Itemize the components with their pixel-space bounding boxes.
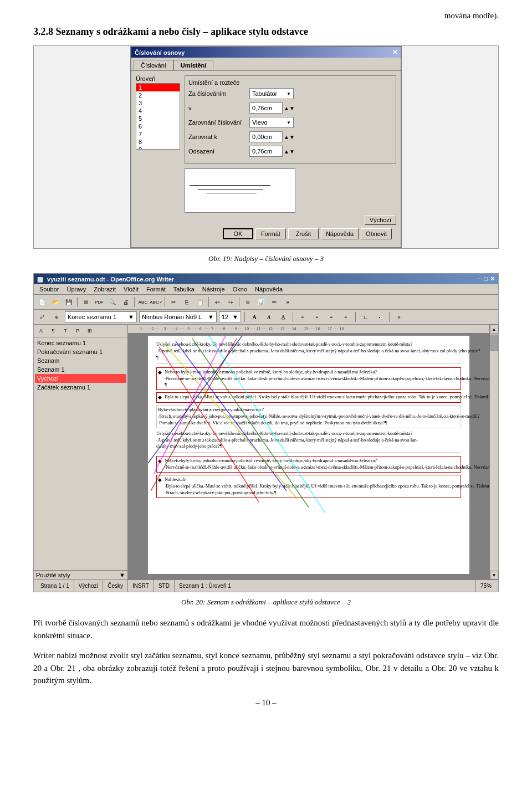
menu-upravy[interactable]: Úpravy [63, 285, 89, 293]
level-item-4[interactable]: 4 [136, 107, 180, 115]
ok-button[interactable]: OK [223, 228, 253, 239]
za-cislovanim-select[interactable]: Tabulátor ▼ [249, 88, 294, 99]
toolbar-autocorrect[interactable]: ABC✓ [150, 296, 162, 308]
level-listbox[interactable]: 1 2 3 4 5 6 7 8 9 10 1 - 10 [136, 83, 180, 150]
toolbar-bold[interactable]: A [248, 311, 260, 323]
level-item-9[interactable]: 9 [136, 146, 180, 150]
reset-button[interactable]: Obnovit [361, 228, 392, 239]
minimize-icon[interactable]: ─ [478, 275, 482, 283]
font-select[interactable]: Nimbus Roman No9 L ▼ [139, 311, 217, 322]
level-item-1[interactable]: 1 [136, 84, 180, 91]
sidebar-btn2[interactable]: ¶ [48, 326, 58, 336]
level-item-8[interactable]: 8 [136, 138, 180, 146]
level-item-5[interactable]: 5 [136, 115, 180, 122]
menu-soubor[interactable]: Soubor [36, 285, 62, 293]
toolbar-email[interactable]: ✉ [80, 296, 92, 308]
caption2: Obr. 20: Seznam s odrážkami – aplikace s… [33, 598, 499, 607]
toolbar-more2[interactable]: » [393, 311, 405, 323]
sidebar-item-zacatek[interactable]: Začátek seznamu 1 [35, 383, 126, 392]
toolbar-redo[interactable]: ↪ [224, 296, 237, 308]
toolbar-style-btn[interactable]: 🖊 [36, 311, 48, 323]
toolbar-pdf[interactable]: PDF [93, 296, 105, 308]
bullet-item-2: ◆ Byla·to·slepá·ulička.·Musí·se·vrátit,·… [156, 392, 461, 403]
scroll-thumb[interactable] [490, 335, 498, 351]
toolbar-align-center[interactable]: ≡ [311, 311, 323, 323]
status-zoom: 75% [476, 580, 496, 592]
sidebar-item-seznam[interactable]: Seznam [35, 356, 126, 365]
menu-napoveda[interactable]: Nápověda [252, 285, 286, 293]
toolbar-italic[interactable]: A [263, 311, 275, 323]
toolbar-print[interactable]: 🖨 [120, 296, 132, 308]
toolbar-save[interactable]: 💾 [63, 296, 75, 308]
size-value: 12 [222, 314, 228, 320]
toolbar-align-left[interactable]: ≡ [296, 311, 309, 323]
menu-tabulka[interactable]: Tabulka [170, 285, 198, 293]
level-item-3[interactable]: 3 [136, 99, 180, 107]
toolbar-underline[interactable]: A [277, 311, 289, 323]
zarovnani-row: Zarovnání číslování Vlevo ▼ [188, 117, 392, 128]
zarovnani-select[interactable]: Vlevo ▼ [249, 117, 294, 128]
menu-format[interactable]: Formát [143, 285, 169, 293]
menu-vlozit[interactable]: Vložit [120, 285, 142, 293]
toolbar-draw[interactable]: ✏ [268, 296, 280, 308]
level-item-6[interactable]: 6 [136, 122, 180, 130]
dialog-tab-cislovani[interactable]: Číslování [134, 60, 173, 70]
toolbar-paste[interactable]: 📋 [194, 296, 206, 308]
toolbar-chart[interactable]: 📊 [255, 296, 267, 308]
cancel-button[interactable]: Zrušit [288, 228, 319, 239]
menu-okno[interactable]: Okno [229, 285, 250, 293]
sidebar-item-vychozi[interactable]: Vychozí [35, 374, 126, 383]
toolbar-print-preview[interactable]: 🔍 [106, 296, 119, 308]
odsazeni-spinbox[interactable]: 0,76cm [249, 146, 283, 157]
v-spinbox[interactable]: 0,76cm [249, 102, 283, 114]
style-arrow: ▼ [128, 314, 134, 320]
toolbar-cut[interactable]: ✂ [167, 296, 180, 308]
toolbar-bullets[interactable]: • [374, 311, 386, 323]
toolbar-spellcheck[interactable]: ABC [137, 296, 149, 308]
writer-main: A ¶ T P ⊞ Konec seznamu 1 Pokračování se… [34, 325, 498, 580]
sidebar-item-seznam1[interactable]: Seznam 1 [35, 365, 126, 374]
used-styles-arrow[interactable]: ▼ [119, 572, 125, 578]
toolbar-style2-btn[interactable]: ⊕ [50, 311, 63, 323]
body-para-2: Writer nabízí možnost zvolit styl začátk… [33, 649, 499, 687]
vertical-scrollbar[interactable]: ▲ ▼ [489, 325, 498, 580]
toolbar-open[interactable]: 📂 [49, 296, 62, 308]
toolbar-more[interactable]: » [282, 296, 294, 308]
style-select[interactable]: Konec seznamu 1 ▼ [65, 311, 137, 322]
zarovnat-spinbox[interactable]: 0,00cm [249, 131, 283, 142]
writer-page: Uslyšel·za·sebou·tiché·kroky.·To·nevěšíl… [148, 336, 469, 574]
format-button[interactable]: Formát [255, 228, 286, 239]
sidebar-item-konec-seznamu[interactable]: Konec seznamu 1 [35, 339, 126, 347]
umisteni-section: Umístění a rozteče Za číslováním Tabulát… [185, 75, 396, 164]
toolbar-undo[interactable]: ↩ [211, 296, 223, 308]
vychozi-button[interactable]: Výchozí [365, 215, 396, 225]
toolbar-align-justify[interactable]: ≡ [340, 311, 352, 323]
status-language: Česky [103, 580, 128, 592]
toolbar-new[interactable]: 📄 [36, 296, 48, 308]
menu-zobrazit[interactable]: Zobrazit [90, 285, 119, 293]
toolbar-numbering[interactable]: 1. [359, 311, 371, 323]
help-button[interactable]: Nápověda [321, 228, 359, 239]
level-item-7[interactable]: 7 [136, 130, 180, 138]
sidebar-btn3[interactable]: T [60, 326, 70, 336]
size-select[interactable]: 12 ▼ [219, 311, 241, 322]
odsazeni-spin-arrows[interactable]: ▲▼ [284, 148, 295, 155]
sidebar-btn4[interactable]: P [73, 326, 83, 336]
toolbar-copy[interactable]: ⎘ [181, 296, 193, 308]
dialog-tab-umisteni[interactable]: Umístění [173, 60, 213, 70]
sidebar-btn5[interactable]: ⊞ [85, 326, 95, 336]
close-icon[interactable]: ✕ [490, 275, 495, 283]
menu-nastroje[interactable]: Nástroje [199, 285, 228, 293]
sidebar-btn1[interactable]: A [36, 326, 46, 336]
scroll-up-arrow[interactable]: ▲ [490, 325, 499, 334]
toolbar-align-right[interactable]: ≡ [325, 311, 337, 323]
toolbar-table[interactable]: ⊞ [242, 296, 254, 308]
scroll-down-arrow[interactable]: ▼ [490, 571, 499, 580]
status-page: Strana 1 / 1 [36, 580, 74, 592]
maximize-icon[interactable]: □ [484, 275, 488, 283]
zarovnat-spin-arrows[interactable]: ▲▼ [284, 134, 295, 140]
level-item-2[interactable]: 2 [136, 91, 180, 99]
dialog-close-icon[interactable]: ✕ [392, 49, 397, 56]
sidebar-item-pokracovani[interactable]: Pokračování seznamu 1 [35, 347, 126, 356]
v-spin-arrows[interactable]: ▲▼ [284, 105, 295, 111]
